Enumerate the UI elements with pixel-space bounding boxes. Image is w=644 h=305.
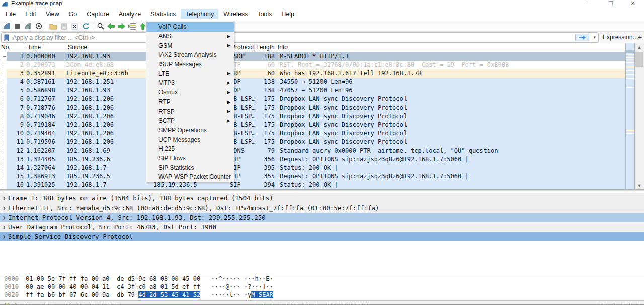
detail-line-2[interactable]: ❯Ethernet II, Src: Yamaha_d5:9c:68 (00:a… xyxy=(0,203,644,213)
hex-bytes[interactable]: 01 00 5e 7f ff fa 00 a0 de d5 9c 68 08 0… xyxy=(26,275,200,282)
menu-view[interactable]: View xyxy=(41,9,64,19)
telephony-menu-item-ucp-messages[interactable]: UCP Messages xyxy=(146,135,234,144)
go-to-packet-icon[interactable] xyxy=(127,22,137,31)
hex-row-0000[interactable]: 0000 01 00 5e 7f ff fa 00 a0 de d5 9c 68… xyxy=(0,275,644,283)
menu-wireless[interactable]: Wireless xyxy=(219,9,252,19)
hex-bytes-selected[interactable]: 4d 2d 53 45 41 52 xyxy=(138,291,200,298)
expert-info-icon[interactable] xyxy=(4,303,10,305)
find-packet-icon[interactable] xyxy=(95,22,106,31)
telephony-menu-item-iax2-stream-analysis[interactable]: IAX2 Stream Analysis xyxy=(146,50,234,60)
filter-dropdown-caret[interactable]: ▾ xyxy=(593,35,596,40)
packet-row-8[interactable]: 80.719046192.168.1.206DB-LSP…175Dropbox … xyxy=(0,112,625,121)
vertical-scrollbar[interactable]: ▲ ▼ xyxy=(635,43,644,190)
expand-chevron-icon[interactable]: ❯ xyxy=(0,215,8,220)
menu-file[interactable]: File xyxy=(1,9,20,19)
telephony-menu-item-voip-calls[interactable]: VoIP Calls xyxy=(146,22,234,32)
telephony-menu-item-sctp[interactable]: SCTP▶ xyxy=(146,116,234,126)
detail-text: Simple Service Discovery Protocol xyxy=(8,233,133,240)
menu-analyze[interactable]: Analyze xyxy=(114,9,145,19)
packet-row-9[interactable]: 90.719184192.168.1.206DB-LSP…175Dropbox … xyxy=(0,121,625,129)
packet-row-4[interactable]: 40.387161192.168.1.251UDP13834550 → 5120… xyxy=(0,78,625,86)
telephony-menu-item-lte[interactable]: LTE▶ xyxy=(146,69,234,78)
column-header-info[interactable]: Info xyxy=(276,43,625,52)
telephony-menu-item-rtsp[interactable]: RTSP▶ xyxy=(146,107,234,116)
menu-tools[interactable]: Tools xyxy=(253,9,276,19)
packet-row-16[interactable]: 161.391025192.168.1.7185.19.236.5SIP394S… xyxy=(0,181,625,189)
telephony-menu-item-sip-flows[interactable]: SIP Flows xyxy=(146,154,234,163)
scroll-down-icon[interactable]: ▼ xyxy=(635,182,644,190)
scrollbar-thumb[interactable] xyxy=(635,52,643,67)
packet-row-14[interactable]: 141.327064192.168.1.7SIP395Status: 200 O… xyxy=(0,164,625,172)
packet-row-2[interactable]: 20.2909733Com_4d:e8:68STP60RST. Root = 3… xyxy=(0,61,625,69)
expand-chevron-icon[interactable]: ❯ xyxy=(0,205,8,211)
menu-telephony[interactable]: Telephony xyxy=(181,9,218,19)
capture-options-icon[interactable] xyxy=(33,22,44,31)
intelligent-scrollbar-minimap[interactable] xyxy=(625,43,635,190)
maximize-button[interactable]: ☐ xyxy=(600,0,622,8)
telephony-menu-item-gsm[interactable]: GSM▶ xyxy=(146,41,234,50)
reload-file-icon[interactable] xyxy=(80,22,91,31)
status-profile[interactable]: Profile: Default xyxy=(603,303,640,305)
telephony-menu-item-sip-statistics[interactable]: SIP Statistics xyxy=(146,163,234,172)
column-header-source[interactable]: Source xyxy=(66,43,153,52)
packet-row-6[interactable]: 60.712767192.168.1.206DB-LSP…175Dropbox … xyxy=(0,95,625,104)
packet-row-11[interactable]: 110.719596192.168.1.206DB-LSP…175Dropbox… xyxy=(0,138,625,146)
close-file-icon[interactable] xyxy=(69,22,80,31)
column-header-no[interactable]: No. xyxy=(0,43,26,52)
expand-chevron-icon[interactable]: ❯ xyxy=(0,234,8,239)
packet-row-1[interactable]: 10.000000192.168.1.93SSDP188M-SEARCH * H… xyxy=(0,52,625,61)
packet-row-3[interactable]: 30.352891LiteonTe_e8:c3:6bARP60Who has 1… xyxy=(0,69,625,78)
capture-comment-icon[interactable]: ✎ xyxy=(14,302,19,305)
expression-button[interactable]: Expression… xyxy=(603,34,638,41)
cell-info: Dropbox LAN sync Discovery Protocol xyxy=(276,121,625,129)
hex-dump-pane[interactable]: 0000 01 00 5e 7f ff fa 00 a0 de d5 9c 68… xyxy=(0,275,644,300)
bookmark-icon[interactable] xyxy=(4,34,10,43)
telephony-menu-item-mtp3[interactable]: MTP3▶ xyxy=(146,78,234,88)
expand-chevron-icon[interactable]: ❯ xyxy=(0,195,8,201)
open-file-icon[interactable] xyxy=(48,22,59,31)
detail-line-1[interactable]: ❯Frame 1: 188 bytes on wire (1504 bits),… xyxy=(0,193,644,203)
scroll-up-icon[interactable]: ▲ xyxy=(635,43,644,51)
packet-row-13[interactable]: 131.324405185.19.236.6SIP356Request: OPT… xyxy=(0,155,625,164)
hex-row-0020[interactable]: 0020 ff fa b6 bf 07 6c 00 9a db 79 4d 2d… xyxy=(0,291,644,299)
detail-line-4[interactable]: ❯User Datagram Protocol, Src Port: 46783… xyxy=(0,222,644,232)
close-button[interactable]: ✕ xyxy=(622,0,644,8)
add-filter-button[interactable]: + xyxy=(638,33,642,41)
menu-capture[interactable]: Capture xyxy=(82,9,113,19)
telephony-menu-item-smpp-operations[interactable]: SMPP Operations xyxy=(146,126,234,135)
go-back-icon[interactable] xyxy=(106,22,116,31)
hex-bytes[interactable]: ff fa b6 bf 07 6c 00 9a db 79 xyxy=(26,291,138,298)
display-filter-input[interactable] xyxy=(13,33,571,42)
hex-bytes[interactable]: 00 ae 00 00 40 00 04 11 c4 3f c0 a8 01 5… xyxy=(26,283,200,290)
expand-chevron-icon[interactable]: ❯ xyxy=(0,224,8,230)
hex-row-0010[interactable]: 0010 00 ae 00 00 40 00 04 11 c4 3f c0 a8… xyxy=(0,283,644,291)
telephony-menu-item-ansi[interactable]: ANSI▶ xyxy=(146,32,234,41)
column-header-length[interactable]: Length xyxy=(255,43,276,52)
packet-row-12[interactable]: 121.162207192.168.1.69MDNS79Standard que… xyxy=(0,147,625,155)
telephony-menu-item-wap-wsp-packet-counter[interactable]: WAP-WSP Packet Counter xyxy=(146,172,234,182)
column-header-time[interactable]: Time xyxy=(26,43,66,52)
packet-row-5[interactable]: 50.586898192.168.1.93UDP13847057 → 51200… xyxy=(0,86,625,95)
minimize-button[interactable]: — xyxy=(578,0,600,8)
save-file-icon[interactable] xyxy=(59,22,69,31)
detail-line-5[interactable]: ❯Simple Service Discovery Protocol xyxy=(0,232,644,241)
packet-row-7[interactable]: 70.718776192.168.1.206DB-LSP…175Dropbox … xyxy=(0,104,625,112)
packet-row-15[interactable]: 151.386913185.19.236.5SIP355Request: OPT… xyxy=(0,172,625,181)
display-filter-box[interactable]: ▾ xyxy=(1,32,599,43)
restart-capture-icon[interactable] xyxy=(23,22,33,31)
go-forward-icon[interactable] xyxy=(116,22,127,31)
telephony-menu-item-osmux[interactable]: Osmux▶ xyxy=(146,88,234,97)
detail-line-3[interactable]: ❯Internet Protocol Version 4, Src: 192.1… xyxy=(0,213,644,222)
menu-go[interactable]: Go xyxy=(64,9,82,19)
menu-edit[interactable]: Edit xyxy=(21,9,41,19)
telephony-menu-item-rtp[interactable]: RTP▶ xyxy=(146,97,234,107)
menu-help[interactable]: Help xyxy=(277,9,299,19)
telephony-menu-item-isup-messages[interactable]: ISUP Messages xyxy=(146,60,234,69)
submenu-arrow-icon: ▶ xyxy=(227,71,230,76)
packet-row-10[interactable]: 100.719404192.168.1.206DB-LSP…175Dropbox… xyxy=(0,129,625,138)
menu-statistics[interactable]: Statistics xyxy=(146,9,180,19)
start-capture-icon[interactable] xyxy=(2,22,12,31)
telephony-menu-item-h-225[interactable]: H.225 xyxy=(146,144,234,154)
stop-capture-icon[interactable] xyxy=(12,22,23,31)
apply-filter-button[interactable] xyxy=(575,34,589,41)
